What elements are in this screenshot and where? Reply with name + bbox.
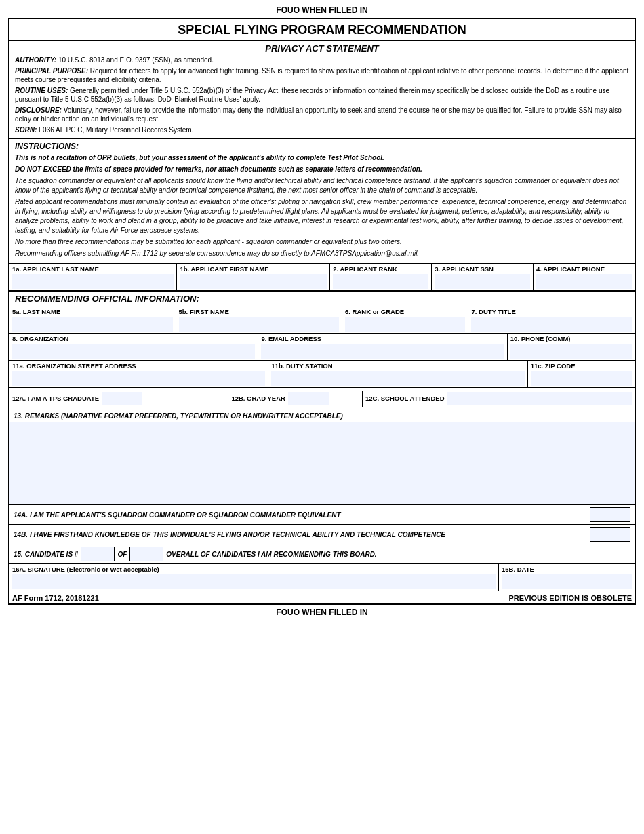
- checkbox-14a-row: 14A. I AM THE APPLICANT'S SQUADRON COMMA…: [9, 504, 635, 525]
- of-label: OF: [117, 551, 127, 558]
- input-2[interactable]: [333, 274, 428, 289]
- field-5a: 5a. LAST NAME: [9, 306, 176, 333]
- field-1b: 1b. APPLICANT FIRST NAME: [177, 264, 330, 290]
- field-11a: 11a. ORGANIZATION STREET ADDRESS: [9, 361, 268, 387]
- label-16b: 16B. DATE: [502, 565, 632, 573]
- label-15b: OVERALL OF CANDIDATES I AM RECOMMENDING …: [166, 551, 376, 558]
- privacy-title: PRIVACY ACT STATEMENT: [15, 43, 629, 54]
- input-1a[interactable]: [12, 274, 174, 289]
- input-candidate-num[interactable]: [81, 547, 115, 561]
- input-3[interactable]: [435, 274, 530, 289]
- authority-label: AUTHORITY:: [15, 56, 56, 64]
- label-14b: 14B. I HAVE FIRSTHAND KNOWLEDGE OF THIS …: [14, 531, 586, 538]
- label-16a: 16A. SIGNATURE (Electronic or Wet accept…: [12, 565, 496, 573]
- field-9: 9. EMAIL ADDRESS: [258, 334, 507, 360]
- field-4: 4. APPLICANT PHONE: [534, 264, 635, 290]
- purpose-label: PRINCIPAL PURPOSE:: [15, 67, 88, 75]
- input-12b[interactable]: [288, 392, 329, 405]
- remarks-section: 13. REMARKS (NARRATIVE FORMAT PREFERRED,…: [9, 410, 635, 504]
- checkbox-14a[interactable]: [590, 507, 630, 522]
- routine-text: Generally permitted under Title 5 U.S.C.…: [15, 87, 609, 104]
- label-8: 8. ORGANIZATION: [12, 335, 255, 342]
- input-16b[interactable]: [502, 574, 632, 589]
- field-7: 7. DUTY TITLE: [468, 306, 635, 333]
- instructions-text: This is not a recitation of OPR bullets,…: [15, 153, 629, 258]
- label-5b: 5b. FIRST NAME: [179, 308, 340, 315]
- input-candidate-of[interactable]: [129, 547, 163, 561]
- field-12c: 12C. SCHOOL ATTENDED: [363, 391, 635, 407]
- remarks-input[interactable]: [9, 422, 635, 504]
- form-title: SPECIAL FLYING PROGRAM RECOMMENDATION: [9, 19, 635, 41]
- checkbox-14b-row: 14B. I HAVE FIRSTHAND KNOWLEDGE OF THIS …: [9, 525, 635, 544]
- field-6: 6. RANK or GRADE: [342, 306, 468, 333]
- label-12b: 12B. GRAD YEAR: [231, 395, 285, 402]
- privacy-section: PRIVACY ACT STATEMENT AUTHORITY: 10 U.S.…: [9, 41, 635, 139]
- form-footer-row: AF Form 1712, 20181221 PREVIOUS EDITION …: [9, 591, 635, 603]
- field-12a: 12A. I AM A TPS GRADUATE: [9, 391, 228, 407]
- input-5a[interactable]: [12, 317, 173, 332]
- inst-line2: DO NOT EXCEED the limits of space provid…: [15, 165, 629, 174]
- page-wrapper: FOUO WHEN FILLED IN SPECIAL FLYING PROGR…: [0, 0, 644, 834]
- label-14a: 14A. I AM THE APPLICANT'S SQUADRON COMMA…: [14, 511, 586, 519]
- input-1b[interactable]: [180, 274, 327, 289]
- inst-line6: Recommending officers submitting AF Fm 1…: [15, 249, 629, 258]
- disclosure-label: DISCLOSURE:: [15, 106, 62, 114]
- field-12b: 12B. GRAD YEAR: [228, 391, 363, 407]
- authority-text: 10 U.S.C. 8013 and E.O. 9397 (SSN), as a…: [56, 56, 214, 64]
- label-11c: 11c. ZIP CODE: [531, 362, 632, 370]
- label-1a: 1a. APPLICANT LAST NAME: [12, 265, 174, 273]
- input-6[interactable]: [345, 317, 465, 332]
- main-form: SPECIAL FLYING PROGRAM RECOMMENDATION PR…: [8, 18, 636, 605]
- edition-note: PREVIOUS EDITION IS OBSOLETE: [508, 594, 632, 602]
- input-11a[interactable]: [12, 371, 265, 386]
- label-9: 9. EMAIL ADDRESS: [261, 335, 504, 342]
- fouo-footer: FOUO WHEN FILLED IN: [8, 608, 636, 617]
- field-1a: 1a. APPLICANT LAST NAME: [9, 264, 177, 290]
- input-12c[interactable]: [447, 392, 632, 405]
- recommending-row3: 11a. ORGANIZATION STREET ADDRESS 11b. DU…: [9, 361, 635, 388]
- label-15a: 15. CANDIDATE IS #: [14, 551, 78, 558]
- field-11c: 11c. ZIP CODE: [528, 361, 635, 387]
- routine-label: ROUTINE USES:: [15, 87, 68, 94]
- purpose-text: Required for officers to apply for advan…: [15, 67, 628, 84]
- field-11b: 11b. DUTY STATION: [268, 361, 527, 387]
- field-5b: 5b. FIRST NAME: [176, 306, 343, 333]
- remarks-label: 13. REMARKS (NARRATIVE FORMAT PREFERRED,…: [9, 410, 635, 422]
- label-12a: 12A. I AM A TPS GRADUATE: [12, 395, 99, 402]
- privacy-text: AUTHORITY: 10 U.S.C. 8013 and E.O. 9397 …: [15, 56, 629, 134]
- label-2: 2. APPLICANT RANK: [333, 265, 428, 273]
- input-5b[interactable]: [179, 317, 340, 332]
- checkbox-14b[interactable]: [590, 527, 630, 542]
- label-3: 3. APPLICANT SSN: [435, 265, 530, 273]
- field-2: 2. APPLICANT RANK: [330, 264, 432, 290]
- inst-line4: Rated applicant recommendations must min…: [15, 197, 629, 235]
- label-10: 10. PHONE (COMM): [510, 335, 632, 342]
- recommending-row2: 8. ORGANIZATION 9. EMAIL ADDRESS 10. PHO…: [9, 334, 635, 361]
- candidate-row: 15. CANDIDATE IS # OF OVERALL OF CANDIDA…: [9, 544, 635, 564]
- label-1b: 1b. APPLICANT FIRST NAME: [180, 265, 327, 273]
- input-8[interactable]: [12, 344, 255, 359]
- recommending-header: RECOMMENDING OFFICIAL INFORMATION:: [9, 291, 635, 306]
- input-11c[interactable]: [531, 371, 632, 386]
- input-11b[interactable]: [271, 371, 524, 386]
- inst-line3: The squadron commander or equivalent of …: [15, 176, 629, 195]
- label-5a: 5a. LAST NAME: [12, 308, 173, 315]
- field-3: 3. APPLICANT SSN: [432, 264, 534, 290]
- sorn-label: SORN:: [15, 126, 37, 134]
- input-9[interactable]: [261, 344, 504, 359]
- input-10[interactable]: [510, 344, 632, 359]
- form-id: AF Form 1712, 20181221: [12, 594, 99, 602]
- label-12c: 12C. SCHOOL ATTENDED: [365, 395, 444, 402]
- inst-line1: This is not a recitation of OPR bullets,…: [15, 153, 629, 163]
- recommending-row1: 5a. LAST NAME 5b. FIRST NAME 6. RANK or …: [9, 306, 635, 334]
- sorn-text: F036 AF PC C, Military Personnel Records…: [37, 126, 193, 134]
- input-16a[interactable]: [12, 574, 496, 589]
- input-7[interactable]: [471, 317, 632, 332]
- fouo-header: FOUO WHEN FILLED IN: [8, 5, 636, 15]
- recommending-fields: 5a. LAST NAME 5b. FIRST NAME 6. RANK or …: [9, 306, 635, 410]
- label-11a: 11a. ORGANIZATION STREET ADDRESS: [12, 362, 265, 370]
- input-12a[interactable]: [102, 392, 142, 405]
- applicant-fields: 1a. APPLICANT LAST NAME 1b. APPLICANT FI…: [9, 264, 635, 291]
- instructions-section: INSTRUCTIONS: This is not a recitation o…: [9, 139, 635, 264]
- input-4[interactable]: [536, 274, 632, 289]
